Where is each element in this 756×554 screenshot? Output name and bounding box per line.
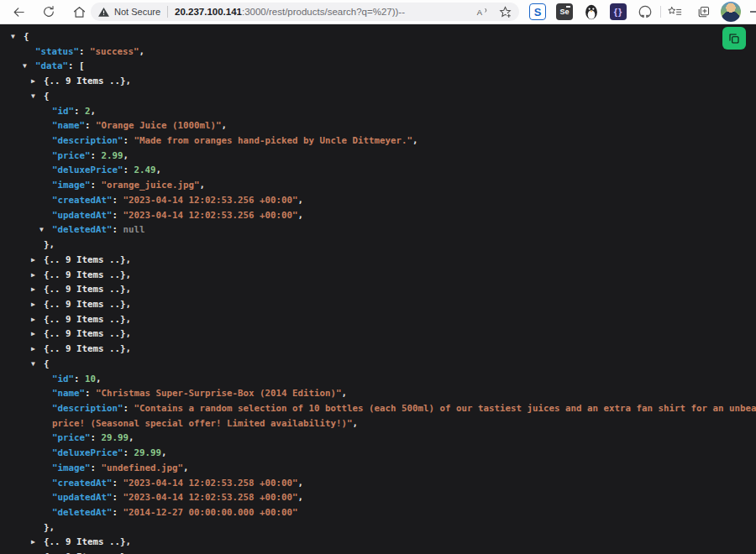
- address-bar[interactable]: Not Secure 20.237.100.141:3000/rest/prod…: [91, 3, 519, 21]
- json-key: "createdAt": [52, 195, 113, 206]
- expand-toggle-icon[interactable]: ▼: [23, 59, 27, 74]
- penguin-extension-icon[interactable]: [583, 3, 600, 20]
- json-collapsed-line[interactable]: ▶{.. 9 Items ..},: [0, 535, 756, 550]
- json-string: "Made from oranges hand-picked by Uncle …: [134, 135, 413, 146]
- add-favorite-star-icon[interactable]: [498, 5, 512, 19]
- json-key: "id": [52, 374, 74, 384]
- json-punct: ,: [123, 150, 129, 161]
- json-punct: :: [123, 165, 134, 175]
- json-punct: {.. 9 Items ..},: [44, 254, 131, 265]
- json-collapsed-line[interactable]: ▶{.. 9 Items ..},: [0, 342, 756, 357]
- json-punct: ,: [161, 447, 167, 458]
- json-line: },: [0, 238, 756, 253]
- json-punct: {: [24, 31, 29, 42]
- refresh-button[interactable]: [39, 2, 59, 22]
- json-number: 29.99: [102, 432, 129, 443]
- json-key: "description": [52, 403, 123, 414]
- expand-toggle-icon[interactable]: ▼: [31, 357, 35, 372]
- json-line: "deluxePrice": 29.99,: [0, 446, 756, 461]
- json-punct: :: [91, 463, 102, 473]
- json-line: "createdAt": "2023-04-14 12:02:53.258 +0…: [0, 476, 756, 491]
- json-collapsed-line[interactable]: ▶{.. 9 Items ..},: [0, 297, 756, 312]
- json-collapsed-line[interactable]: ▶{.. 9 Items ..},: [0, 74, 756, 89]
- json-braces-extension-icon[interactable]: {}: [610, 3, 627, 20]
- json-punct: ,: [298, 210, 304, 221]
- expand-toggle-icon[interactable]: ▶: [31, 535, 35, 550]
- json-punct: ,: [183, 463, 189, 473]
- json-string: "success": [90, 46, 139, 57]
- json-line: "image": "undefined.jpg",: [0, 461, 756, 476]
- json-punct: :: [74, 106, 85, 117]
- json-punct: {: [44, 91, 50, 102]
- json-collapsed-line[interactable]: ▶{.. 9 Items ..},: [0, 282, 756, 297]
- expand-toggle-icon[interactable]: ▼: [39, 222, 44, 238]
- json-string: "2014-12-27 00:00:00.000 +00:00": [123, 507, 298, 518]
- json-punct: {.. 9 Items ..},: [44, 314, 131, 325]
- json-punct: :: [91, 432, 102, 443]
- json-key: "createdAt": [52, 478, 113, 489]
- json-collapsed-line[interactable]: ▶{.. 9 Items ..},: [0, 327, 756, 342]
- home-button[interactable]: [69, 2, 89, 22]
- json-string: "Orange Juice (1000ml)": [96, 120, 222, 131]
- expand-toggle-icon[interactable]: ▶: [31, 282, 35, 297]
- json-collapsed-line[interactable]: ▶{.. 9 Items ..},: [0, 268, 756, 283]
- back-button[interactable]: [8, 2, 29, 22]
- json-line: ▼{: [0, 357, 756, 372]
- json-null: null: [123, 224, 145, 235]
- expand-toggle-icon[interactable]: ▶: [31, 327, 35, 342]
- json-line: "deletedAt": "2014-12-27 00:00:00.000 +0…: [0, 505, 756, 520]
- octocat-extension-icon[interactable]: [637, 3, 654, 20]
- json-line: "createdAt": "2023-04-14 12:02:53.256 +0…: [0, 193, 756, 208]
- profile-avatar[interactable]: [721, 2, 741, 22]
- json-key: "deluxePrice": [52, 447, 123, 458]
- json-punct: {.. 9 Items ..},: [44, 269, 131, 280]
- expand-toggle-icon[interactable]: ▶: [31, 342, 35, 357]
- json-line: ▼"deletedAt": null: [0, 222, 756, 238]
- json-collapsed-line[interactable]: ▶{.. 9 Items ..},: [0, 253, 756, 268]
- json-punct: ,: [353, 418, 359, 429]
- json-collapsed-line[interactable]: ▶{.. 9 Items ..},: [0, 312, 756, 327]
- json-line: },: [0, 520, 756, 536]
- json-punct: :: [113, 210, 123, 221]
- expand-toggle-icon[interactable]: ▶: [31, 253, 35, 268]
- expand-toggle-icon[interactable]: ▶: [31, 297, 35, 312]
- json-key: "updatedAt": [52, 210, 113, 221]
- json-punct: {.. 9 Items ..},: [44, 536, 131, 547]
- expand-toggle-icon[interactable]: ▶: [31, 550, 35, 554]
- json-key: "deletedAt": [52, 224, 113, 235]
- json-line: "description": "Contains a random select…: [0, 401, 756, 416]
- json-string: price! (Seasonal special offer! Limited …: [52, 418, 353, 429]
- expand-toggle-icon[interactable]: ▼: [11, 29, 15, 44]
- json-collapsed-line[interactable]: ▶{.. 9 Items ..},: [0, 550, 756, 554]
- json-key: "deluxePrice": [52, 165, 123, 175]
- json-string: "2023-04-14 12:02:53.258 +00:00": [123, 492, 298, 503]
- json-key: "status": [35, 46, 79, 57]
- json-punct: : [: [68, 60, 85, 71]
- json-viewer: ▼{"status": "success",▼"data": [▶{.. 9 I…: [0, 24, 756, 554]
- json-punct: {.. 9 Items ..},: [44, 343, 131, 354]
- favorites-button[interactable]: [665, 3, 684, 20]
- security-label: Not Secure: [114, 7, 160, 17]
- json-key: "data": [35, 60, 68, 71]
- json-line: ▼"data": [: [0, 59, 756, 74]
- collections-button[interactable]: [694, 3, 712, 20]
- home-icon: [72, 5, 87, 19]
- refresh-icon: [42, 5, 55, 18]
- settings-menu-icon[interactable]: [750, 11, 756, 13]
- url-text[interactable]: 20.237.100.141:3000/rest/products/search…: [175, 7, 470, 17]
- json-punct: :: [113, 195, 123, 206]
- expand-toggle-icon[interactable]: ▼: [31, 89, 35, 104]
- read-aloud-icon[interactable]: A: [475, 6, 490, 18]
- penguin-glyph: [584, 4, 599, 20]
- json-punct: :: [85, 120, 96, 131]
- json-line: price! (Seasonal special offer! Limited …: [0, 416, 756, 431]
- expand-toggle-icon[interactable]: ▶: [31, 312, 35, 327]
- json-tree: ▼{"status": "success",▼"data": [▶{.. 9 I…: [0, 29, 756, 554]
- json-punct: :: [91, 150, 102, 161]
- expand-toggle-icon[interactable]: ▶: [31, 268, 35, 283]
- expand-toggle-icon[interactable]: ▶: [31, 74, 35, 89]
- json-punct: :: [74, 374, 85, 384]
- json-punct: :: [113, 224, 123, 235]
- selenium-ide-extension-icon[interactable]: Se: [556, 3, 573, 20]
- s-extension-icon[interactable]: S: [529, 3, 546, 20]
